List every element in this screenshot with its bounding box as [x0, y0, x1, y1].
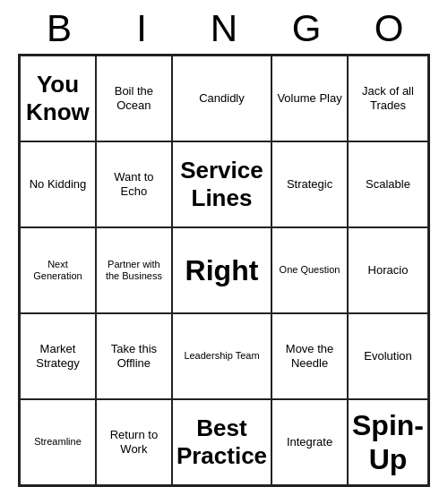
cell-r5-c3[interactable]: Best Practice: [172, 399, 271, 485]
cell-r4-c4[interactable]: Move the Needle: [271, 313, 348, 399]
cell-r4-c5[interactable]: Evolution: [348, 313, 428, 399]
cell-r5-c4[interactable]: Integrate: [271, 399, 348, 485]
cell-r4-c3[interactable]: Leadership Team: [172, 313, 271, 399]
cell-r4-c2[interactable]: Take this Offline: [96, 313, 172, 399]
cell-r5-c2[interactable]: Return to Work: [96, 399, 172, 485]
cell-r2-c4[interactable]: Strategic: [271, 141, 348, 227]
cell-r3-c5[interactable]: Horacio: [348, 227, 428, 313]
cell-r3-c3[interactable]: Right: [172, 227, 271, 313]
cell-r2-c3[interactable]: Service Lines: [172, 141, 271, 227]
cell-r1-c5[interactable]: Jack of all Trades: [348, 56, 428, 141]
letter-o: O: [353, 7, 425, 50]
bingo-header: B I N G O: [18, 0, 430, 54]
cell-r4-c1[interactable]: Market Strategy: [20, 313, 96, 399]
cell-r1-c3[interactable]: Candidly: [172, 56, 271, 141]
bingo-grid: You KnowBoil the OceanCandidlyVolume Pla…: [18, 54, 430, 487]
cell-r3-c2[interactable]: Partner with the Business: [96, 227, 172, 313]
cell-r3-c1[interactable]: Next Generation: [20, 227, 96, 313]
cell-r2-c2[interactable]: Want to Echo: [96, 141, 172, 227]
cell-r2-c1[interactable]: No Kidding: [20, 141, 96, 227]
letter-b: B: [23, 7, 95, 50]
cell-r1-c2[interactable]: Boil the Ocean: [96, 56, 172, 141]
cell-r2-c5[interactable]: Scalable: [348, 141, 428, 227]
cell-r5-c5[interactable]: Spin-Up: [348, 399, 428, 485]
cell-r5-c1[interactable]: Streamline: [20, 399, 96, 485]
cell-r1-c4[interactable]: Volume Play: [271, 56, 348, 141]
cell-r3-c4[interactable]: One Question: [271, 227, 348, 313]
letter-g: G: [271, 7, 342, 50]
letter-n: N: [188, 7, 260, 50]
cell-r1-c1[interactable]: You Know: [20, 56, 96, 141]
letter-i: I: [106, 7, 177, 50]
